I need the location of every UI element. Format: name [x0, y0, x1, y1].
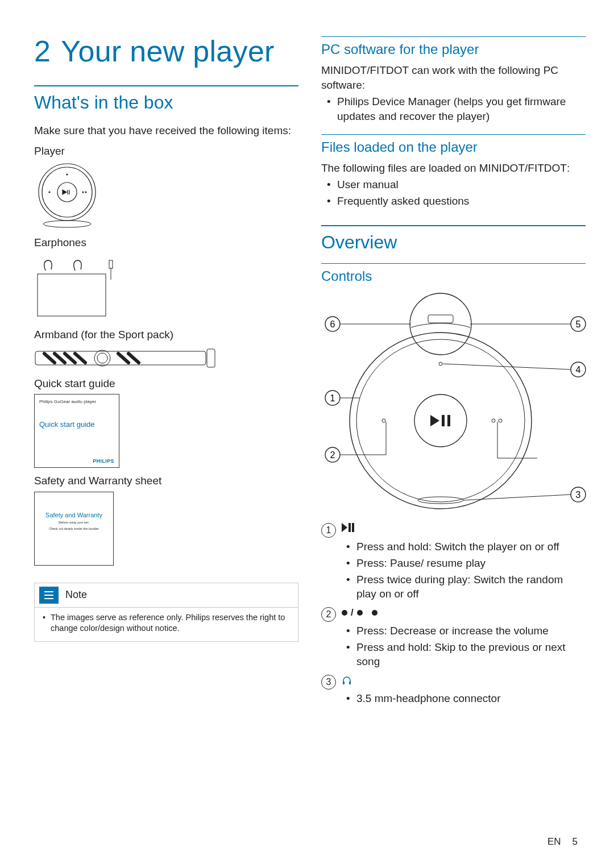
safety-box-sub1: Before using your set: [59, 521, 89, 525]
svg-rect-27 [447, 415, 450, 426]
chapter-number: 2 [34, 35, 51, 68]
whats-in-the-box-heading: What's in the box [34, 92, 298, 113]
philips-logo: PHILIPS [93, 458, 114, 464]
footer-lang: EN [547, 836, 561, 848]
item-armband-label: Armband (for the Sport pack) [34, 327, 298, 342]
callout-1: 1 [321, 523, 336, 538]
svg-line-15 [44, 354, 55, 363]
earphones-illustration [34, 254, 298, 322]
overview-heading: Overview [321, 232, 586, 253]
note-label: Note [65, 589, 87, 601]
headphone-icon [342, 675, 352, 685]
svg-line-49 [463, 495, 571, 500]
qsg-smalltext: Philips GoGear audio player [39, 399, 114, 404]
svg-text:5: 5 [576, 319, 581, 329]
item-qsg-label: Quick start guide [34, 376, 298, 391]
svg-point-21 [410, 293, 471, 355]
safety-box-sub2: Check out details inside this booklet [49, 527, 98, 531]
svg-point-29 [382, 419, 385, 422]
section-rule [321, 225, 586, 226]
controls-diagram: 6 5 4 1 2 3 [321, 290, 586, 517]
svg-point-14 [97, 353, 107, 363]
box-intro: Make sure that you have received the fol… [34, 123, 298, 138]
svg-text:1: 1 [330, 393, 335, 403]
svg-point-13 [94, 350, 110, 366]
c2-i2: Press and hold: Skip to the previous or … [356, 640, 586, 669]
c1-i2: Press: Pause/ resume play [356, 556, 586, 571]
svg-point-23 [350, 333, 532, 509]
c3-i1: 3.5 mm-headphone connector [356, 691, 586, 706]
svg-point-7 [43, 221, 91, 227]
controls-heading: Controls [321, 268, 586, 284]
page-footer: EN 5 [547, 836, 578, 848]
svg-rect-22 [428, 315, 453, 323]
item-safety-label: Safety and Warranty sheet [34, 474, 298, 488]
svg-line-18 [75, 354, 85, 363]
svg-point-30 [492, 419, 495, 422]
svg-rect-8 [38, 274, 106, 316]
svg-line-41 [443, 364, 571, 369]
chapter-text: Your new player [61, 35, 274, 68]
chapter-title: 2Your new player [34, 34, 298, 68]
svg-rect-51 [352, 523, 354, 532]
control-3: 3 3.5 mm-headphone connector [321, 675, 586, 706]
section-rule [34, 85, 298, 86]
play-pause-icon [342, 523, 354, 532]
volume-dots-icon: / [342, 607, 377, 618]
c1-i1: Press and hold: Switch the player on or … [356, 539, 586, 554]
item-player-label: Player [34, 144, 298, 159]
section-rule [321, 36, 586, 37]
qsg-box-title: Quick start guide [39, 420, 114, 429]
svg-point-6 [85, 192, 86, 193]
c2-i1: Press: Decrease or increase the volume [356, 624, 586, 638]
svg-point-24 [356, 339, 525, 502]
svg-text:2: 2 [330, 450, 335, 460]
svg-point-3 [66, 174, 68, 176]
note-text: The images serve as reference only. Phil… [51, 612, 290, 634]
control-1: 1 Press and hold: Switch the player on o… [321, 523, 586, 601]
svg-rect-52 [343, 682, 345, 684]
player-illustration [34, 161, 298, 230]
svg-rect-9 [109, 260, 113, 268]
svg-rect-53 [349, 682, 351, 684]
c1-i3: Press twice during play: Switch the rand… [356, 572, 586, 601]
svg-point-25 [414, 394, 467, 447]
svg-point-5 [82, 192, 84, 193]
svg-line-17 [65, 354, 75, 363]
section-rule [321, 263, 586, 264]
qsg-illustration: Philips GoGear audio player Quick start … [34, 394, 298, 468]
svg-line-19 [118, 354, 128, 363]
section-rule [321, 134, 586, 135]
files-lead: The following files are loaded on MINIDO… [321, 161, 586, 176]
footer-page: 5 [572, 836, 578, 848]
note-box: Note The images serve as reference only.… [34, 583, 298, 642]
note-icon [39, 587, 59, 604]
svg-rect-50 [349, 523, 351, 532]
safety-illustration: Safety and Warranty Before using your se… [34, 492, 298, 566]
svg-point-28 [439, 362, 442, 366]
pc-software-bullet: Philips Device Manager (helps you get fi… [337, 94, 586, 123]
svg-text:3: 3 [576, 490, 581, 500]
armband-illustration [34, 346, 298, 371]
safety-box-title: Safety and Warranty [45, 512, 102, 518]
svg-line-16 [55, 354, 65, 363]
svg-line-20 [128, 354, 139, 363]
files-bullet-1: User manual [337, 177, 586, 192]
pc-software-lead: MINIDOT/FITDOT can work with the followi… [321, 63, 586, 92]
svg-point-4 [48, 192, 50, 193]
callout-3: 3 [321, 675, 336, 690]
svg-rect-12 [207, 349, 215, 367]
files-bullet-2: Frequently asked questions [337, 194, 586, 209]
control-2: 2 / Press: Decrease or increase the volu… [321, 607, 586, 669]
svg-point-31 [499, 419, 502, 422]
pc-software-heading: PC software for the player [321, 41, 586, 57]
callout-2: 2 [321, 607, 336, 622]
svg-rect-26 [442, 415, 445, 426]
svg-text:4: 4 [576, 365, 581, 375]
files-heading: Files loaded on the player [321, 139, 586, 155]
item-earphones-label: Earphones [34, 235, 298, 250]
svg-text:6: 6 [330, 319, 335, 329]
